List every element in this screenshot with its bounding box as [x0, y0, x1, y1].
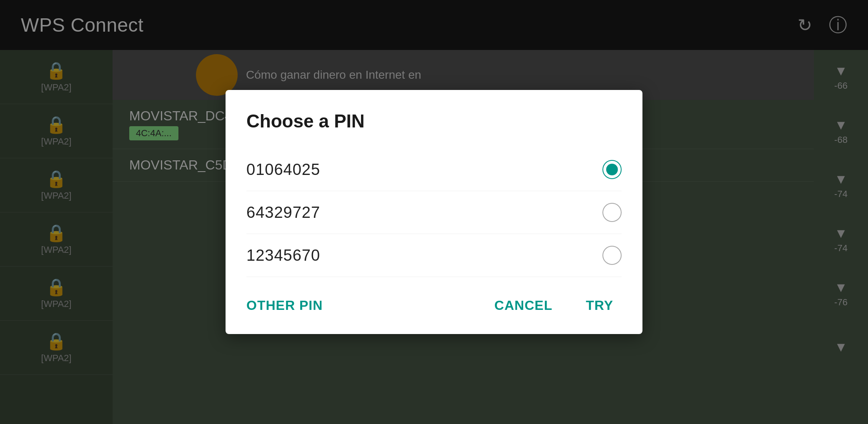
pin-dialog: Choose a PIN 01064025 64329727 12345670 … — [226, 90, 642, 334]
cancel-button[interactable]: CANCEL — [486, 294, 561, 317]
pin-value-2: 64329727 — [246, 204, 320, 222]
dialog-actions: OTHER PIN CANCEL TRY — [246, 294, 622, 317]
pin-value-1: 01064025 — [246, 161, 320, 179]
radio-btn-2[interactable] — [602, 203, 622, 222]
try-button[interactable]: TRY — [577, 294, 622, 317]
pin-value-3: 12345670 — [246, 247, 320, 264]
pin-option-1[interactable]: 01064025 — [246, 148, 622, 191]
other-pin-button[interactable]: OTHER PIN — [246, 294, 323, 317]
radio-btn-3[interactable] — [602, 246, 622, 265]
pin-option-2[interactable]: 64329727 — [246, 191, 622, 234]
pin-option-3[interactable]: 12345670 — [246, 234, 622, 277]
dialog-title: Choose a PIN — [246, 111, 622, 132]
dialog-right-actions: CANCEL TRY — [486, 294, 622, 317]
radio-btn-1[interactable] — [602, 160, 622, 179]
